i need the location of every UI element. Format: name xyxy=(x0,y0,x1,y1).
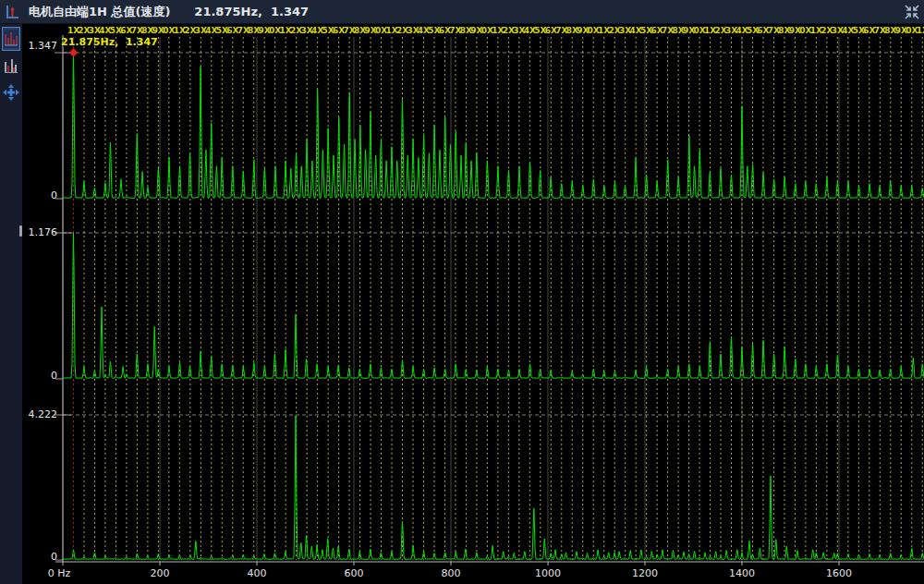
x-tick-label: 600 xyxy=(345,567,364,579)
left-toolbar xyxy=(0,24,22,584)
x-tick-label: 1600 xyxy=(826,567,852,579)
x-tick-label: 1000 xyxy=(535,567,561,579)
y-max-label-1: 1.347 xyxy=(17,40,57,53)
spectrum-plot-svg[interactable]: 1X2X3X4X5X6X7X8X9X0X1X2X3X4X5X6X7X8X9X0X… xyxy=(22,24,924,584)
collapse-panel-icon[interactable] xyxy=(904,4,920,20)
selected-peak-marker[interactable] xyxy=(69,48,78,57)
x-tick-label: 1400 xyxy=(729,567,755,579)
pan-move-icon xyxy=(3,84,19,101)
y-zero-label-3: 0 xyxy=(17,551,57,564)
spectrum-3-trace xyxy=(63,416,924,560)
vibration-analyzer-window: 电机自由端1H 总值(速度) 21.875Hz, 1.347 xyxy=(0,0,924,584)
title-bar: 电机自由端1H 总值(速度) 21.875Hz, 1.347 xyxy=(0,0,924,24)
x-tick-label: 1200 xyxy=(632,567,658,579)
spectrum-chart-icon xyxy=(4,4,20,20)
x-tick-label: 0 Hz xyxy=(48,567,71,579)
harmonic-label: 1X xyxy=(917,26,924,35)
toolbar-button-harmonic-bars[interactable] xyxy=(2,54,20,78)
peak-cursor-readout: 21.875Hz, 1.347 xyxy=(61,36,158,48)
y-zero-label-2: 0 xyxy=(17,370,57,383)
x-tick-label: 200 xyxy=(151,567,170,579)
y-zero-label-1: 0 xyxy=(17,189,57,202)
y-max-label-3: 4.222 xyxy=(17,408,57,421)
spectrum-chart-area[interactable]: 1X2X3X4X5X6X7X8X9X0X1X2X3X4X5X6X7X8X9X0X… xyxy=(22,24,924,584)
window-title: 电机自由端1H 总值(速度) xyxy=(29,4,170,20)
title-cursor-readout: 21.875Hz, 1.347 xyxy=(194,5,309,18)
x-tick-label: 800 xyxy=(442,567,461,579)
x-tick-label: 400 xyxy=(248,567,267,579)
toolbar-button-pan[interactable] xyxy=(2,80,20,104)
harmonic-bars-icon xyxy=(4,56,18,75)
y-max-label-2: 1.176 xyxy=(17,226,57,239)
